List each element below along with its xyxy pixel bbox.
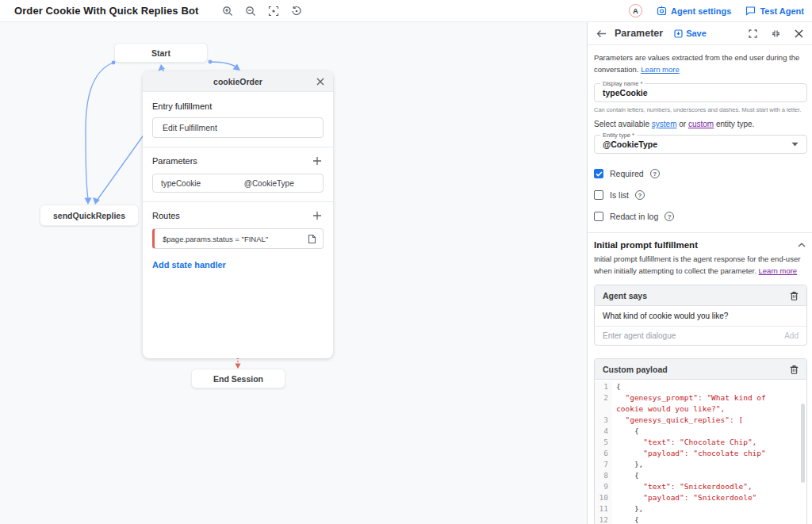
code-line: 12 { bbox=[595, 514, 806, 524]
code-text: { bbox=[612, 426, 806, 437]
save-button[interactable]: Save bbox=[674, 29, 707, 38]
panel-header: Parameter Save bbox=[588, 22, 812, 45]
entity-type-value: @CookieType bbox=[603, 140, 791, 149]
custom-entity-link[interactable]: custom bbox=[688, 120, 714, 128]
agent-says-title: Agent says bbox=[603, 291, 647, 300]
help-icon[interactable]: ? bbox=[635, 190, 645, 200]
learn-more-link[interactable]: Learn more bbox=[641, 65, 680, 74]
add-dialogue-button[interactable]: Add bbox=[784, 331, 799, 340]
flow-canvas[interactable]: Start sendQuickReplies End Session cooki… bbox=[0, 22, 587, 524]
page-card-header: cookieOrder bbox=[143, 71, 333, 92]
code-line: 11 }, bbox=[595, 503, 806, 514]
delete-custom-payload-button[interactable] bbox=[787, 363, 800, 376]
code-text: }, bbox=[612, 503, 806, 514]
payload-code-editor[interactable]: 1{2 "genesys_prompt": "What kind of cook… bbox=[595, 380, 806, 524]
add-parameter-button[interactable] bbox=[311, 155, 324, 167]
zoom-out-button[interactable] bbox=[243, 4, 258, 18]
expand-panel-button[interactable] bbox=[745, 26, 760, 40]
custom-payload-header: Custom payload bbox=[595, 359, 806, 380]
add-state-handler-link[interactable]: Add state handler bbox=[152, 260, 226, 270]
agent-dialogue-input-row: Enter agent dialogue Add bbox=[595, 326, 806, 345]
payload-code: 1{2 "genesys_prompt": "What kind of cook… bbox=[595, 381, 806, 524]
is-list-checkbox-row[interactable]: Is list ? bbox=[594, 189, 807, 201]
redact-in-log-checkbox-row[interactable]: Redact in log ? bbox=[594, 211, 807, 222]
delete-agent-says-button[interactable] bbox=[787, 289, 800, 302]
avatar[interactable]: A bbox=[629, 4, 642, 17]
code-scrollbar[interactable] bbox=[801, 404, 805, 483]
custom-payload-card: Custom payload 1{2 "genesys_prompt": "Wh… bbox=[594, 358, 807, 524]
checkbox-unchecked-icon[interactable] bbox=[594, 212, 603, 221]
panel-description: Parameters are values extracted from the… bbox=[594, 52, 807, 75]
test-agent-label: Test Agent bbox=[760, 6, 804, 16]
agent-dialogue-text[interactable]: What kind of cookie would you like? bbox=[595, 306, 806, 326]
dock-panel-button[interactable] bbox=[768, 26, 783, 40]
checkbox-unchecked-icon[interactable] bbox=[594, 190, 603, 200]
agent-settings-button[interactable]: Agent settings bbox=[657, 6, 731, 16]
agent-settings-label: Agent settings bbox=[671, 6, 731, 16]
code-line: 3 "genesys_quick_replies": [ bbox=[595, 415, 806, 426]
node-end-session[interactable]: End Session bbox=[191, 369, 285, 388]
agent-says-card: Agent says What kind of cookie would you… bbox=[594, 285, 807, 346]
checkbox-checked-icon[interactable] bbox=[594, 169, 603, 178]
parameters-label: Parameters bbox=[152, 156, 197, 166]
display-name-field[interactable]: Display name * typeCookie bbox=[594, 83, 807, 102]
top-bar: Order Cookie With Quick Replies Bot bbox=[0, 0, 812, 22]
center-view-button[interactable] bbox=[266, 4, 281, 18]
help-icon[interactable]: ? bbox=[650, 169, 660, 178]
line-number: 3 bbox=[595, 415, 612, 426]
entity-type-select[interactable]: Entity type * @CookieType bbox=[594, 135, 807, 154]
entity-hint: Select available system or custom entity… bbox=[594, 120, 807, 128]
save-label: Save bbox=[686, 29, 707, 38]
node-start[interactable]: Start bbox=[114, 43, 208, 63]
parameter-row[interactable]: typeCookie @CookieType bbox=[152, 174, 324, 193]
code-line: 10 "payload": "Snickerdoole" bbox=[595, 492, 806, 503]
zoom-in-icon bbox=[222, 6, 233, 17]
close-panel-button[interactable] bbox=[791, 26, 806, 40]
redact-in-log-label: Redact in log bbox=[610, 212, 658, 221]
code-line: 8 { bbox=[595, 470, 806, 481]
initial-prompt-section-header[interactable]: Initial prompt fulfillment bbox=[594, 233, 807, 253]
line-number: 10 bbox=[595, 492, 612, 503]
help-icon[interactable]: ? bbox=[665, 212, 674, 221]
node-send-quick-replies[interactable]: sendQuickReplies bbox=[40, 205, 139, 226]
code-text: "genesys_prompt": "What kind of cookie w… bbox=[612, 392, 806, 415]
line-number: 11 bbox=[595, 503, 612, 514]
agent-dialogue-input[interactable]: Enter agent dialogue bbox=[603, 331, 784, 340]
page-card-cookie-order: cookieOrder Entry fulfillment Edit Fulfi… bbox=[143, 71, 333, 358]
code-text: { bbox=[612, 470, 806, 481]
section-title: Initial prompt fulfillment bbox=[594, 240, 698, 250]
line-number: 12 bbox=[595, 514, 612, 524]
system-entity-link[interactable]: system bbox=[652, 120, 677, 128]
line-number: 6 bbox=[595, 448, 612, 459]
entry-fulfillment-label: Entry fulfillment bbox=[152, 101, 324, 111]
learn-more-link[interactable]: Learn more bbox=[759, 266, 798, 275]
zoom-in-button[interactable] bbox=[220, 4, 235, 18]
code-line: 7 }, bbox=[595, 459, 806, 470]
code-line: 4 { bbox=[595, 426, 806, 437]
code-line: 5 "text": "Chocolate Chip", bbox=[595, 437, 806, 448]
code-text: "genesys_quick_replies": [ bbox=[612, 415, 806, 426]
dialogflow-builder: Order Cookie With Quick Replies Bot bbox=[0, 0, 812, 524]
edit-fulfillment-button[interactable]: Edit Fulfillment bbox=[152, 117, 324, 138]
code-text: "text": "Chocolate Chip", bbox=[612, 437, 806, 448]
page-card-close-button[interactable] bbox=[314, 75, 327, 88]
back-button[interactable] bbox=[594, 26, 608, 40]
page-card-title: cookieOrder bbox=[149, 77, 314, 86]
parameter-name: typeCookie bbox=[161, 179, 244, 188]
test-agent-button[interactable]: Test Agent bbox=[745, 6, 804, 16]
route-row[interactable]: $page.params.status = "FINAL" bbox=[152, 228, 324, 249]
required-checkbox-row[interactable]: Required ? bbox=[594, 168, 807, 179]
reset-zoom-button[interactable] bbox=[289, 4, 304, 18]
code-text: { bbox=[612, 514, 806, 524]
entity-hint-suffix: entity type. bbox=[714, 120, 754, 128]
code-text: "payload": "chocolate chip" bbox=[612, 448, 806, 459]
parameter-panel: Parameter Save bbox=[587, 22, 812, 524]
agent-settings-icon bbox=[657, 6, 667, 16]
collapse-content-icon bbox=[772, 29, 780, 38]
trash-icon bbox=[790, 365, 799, 374]
reset-zoom-icon bbox=[291, 6, 302, 17]
line-number: 8 bbox=[595, 470, 612, 481]
code-line: 2 "genesys_prompt": "What kind of cookie… bbox=[595, 392, 806, 415]
add-route-button[interactable] bbox=[311, 209, 324, 222]
entity-hint-prefix: Select available bbox=[594, 120, 652, 128]
